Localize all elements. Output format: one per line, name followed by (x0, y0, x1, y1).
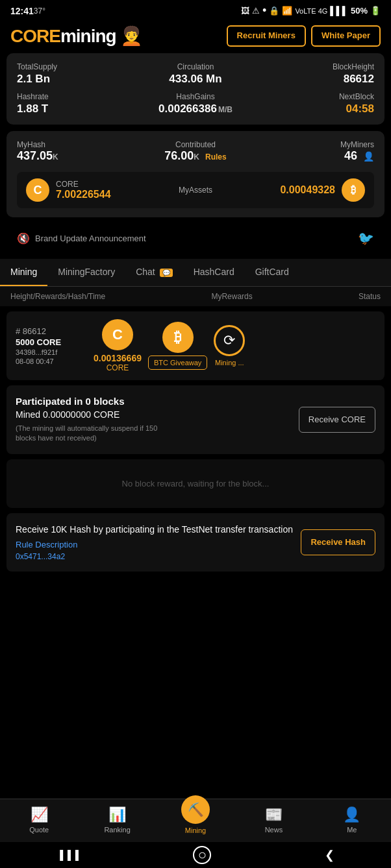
signal-icon: VoLTE 4G (295, 7, 327, 15)
hashrate-value: 1.88 T (17, 102, 133, 115)
me-icon: 👤 (343, 806, 360, 823)
table-col-right: Status (359, 292, 381, 301)
mining-core-label: CORE (94, 363, 142, 372)
tabs-bar: Mining MiningFactory Chat 💬 HashCard Gif… (0, 259, 391, 287)
core-label: CORE (56, 180, 111, 189)
nav-ranking[interactable]: 📊 Ranking (78, 806, 156, 834)
stats-grid: TotalSupply 2.1 Bn Circulation 433.06 Mn… (17, 62, 374, 115)
contributed-value: 76.00K Rules (137, 149, 253, 163)
participated-note: (The mining will automatically suspend i… (16, 424, 171, 444)
recent-button[interactable]: ▐▐▐ (57, 850, 80, 860)
myhash-grid: MyHash 437.05K Contributed 76.00K Rules … (17, 140, 374, 163)
participated-title: Participated in 0 blocks (16, 396, 171, 407)
table-col-left: Height/Rewards/Hash/Time (10, 292, 105, 301)
nav-news[interactable]: 📰 News (234, 806, 312, 834)
quote-icon: 📈 (31, 806, 48, 823)
nav-mining[interactable]: ⛏️ Mining (157, 806, 234, 834)
mining-nav-icon: ⛏️ (181, 795, 210, 824)
myhash-stat: MyHash 437.05K (17, 140, 133, 163)
btc-giveaway-button[interactable]: BTC Giveaway (148, 356, 207, 370)
hashrate-stat: Hashrate 1.88 T (17, 92, 133, 115)
lock-icon: 🔒 (269, 6, 279, 16)
circulation-label: Circulation (137, 62, 253, 71)
app-header: COREmining 🧑‍🦱 Recruit Miners White Pape… (0, 20, 391, 53)
total-supply-value: 2.1 Bn (17, 73, 133, 86)
mining-nav-label: Mining (185, 826, 206, 834)
core-info: CORE 7.00226544 (56, 180, 111, 200)
mining-spinner: ⟳ (214, 325, 245, 356)
hashgains-value: 0.00266386M/B (137, 102, 253, 115)
core-icon: C (26, 178, 49, 202)
next-block-stat: NextBlock 04:58 (258, 92, 374, 115)
total-supply-label: TotalSupply (17, 62, 133, 71)
mining-core-amount: 0.00136669 (94, 353, 142, 363)
participated-amount: Mined 0.00000000 CORE (16, 409, 171, 420)
battery-icon: 🔋 (370, 6, 381, 16)
bottom-nav: 📈 Quote 📊 Ranking ⛏️ Mining 📰 News 👤 Me (0, 799, 391, 842)
no-reward-text: No block reward, waiting for the block..… (122, 479, 270, 488)
mining-reward: 5000 CORE (16, 337, 87, 347)
rule-description-link[interactable]: Rule Description (16, 540, 293, 549)
hashgains-stat: HashGains 0.00266386M/B (137, 92, 253, 115)
battery-text: 50% (351, 6, 368, 16)
twitter-icon[interactable]: 🐦 (358, 230, 374, 246)
app-logo: COREmining 🧑‍🦱 (10, 25, 142, 47)
mining-status-section: ⟳ Mining ... (214, 325, 245, 367)
table-header: Height/Rewards/Hash/Time MyRewards Statu… (0, 287, 391, 306)
ranking-icon: 📊 (108, 806, 126, 823)
myhash-card: MyHash 437.05K Contributed 76.00K Rules … (6, 131, 385, 217)
header-buttons: Recruit Miners White Paper (227, 25, 381, 47)
hashrate-label: Hashrate (17, 92, 133, 101)
tab-hashcard[interactable]: HashCard (183, 259, 245, 286)
btc-amount: 0.00049328 (280, 184, 335, 196)
receive-hash-title: Receive 10K Hash by participating in the… (16, 524, 293, 536)
participated-info: Participated in 0 blocks Mined 0.0000000… (16, 396, 171, 444)
rules-link[interactable]: Rules (205, 152, 227, 162)
tab-chat[interactable]: Chat 💬 (125, 259, 183, 286)
myminers-stat: MyMiners 46 👤 (258, 140, 374, 163)
no-reward-block: No block reward, waiting for the block..… (6, 459, 385, 508)
speaker-icon: 🔇 (17, 232, 30, 245)
next-block-value: 04:58 (258, 102, 374, 115)
nav-me[interactable]: 👤 Me (313, 806, 391, 834)
me-label: Me (347, 826, 357, 834)
photo-icon: 🖼 (241, 6, 249, 16)
ranking-label: Ranking (104, 826, 130, 834)
home-button[interactable]: ○ (193, 846, 211, 864)
status-icons: 🖼 ⚠ • 🔒 📶 VoLTE 4G ▌▌▌ 50% 🔋 (241, 4, 381, 18)
myminers-label: MyMiners (258, 140, 374, 149)
btc-info: 0.00049328 (280, 184, 335, 196)
stats-card: TotalSupply 2.1 Bn Circulation 433.06 Mn… (6, 53, 385, 125)
contributed-stat: Contributed 76.00K Rules (137, 140, 253, 163)
tab-mining[interactable]: Mining (0, 259, 47, 286)
btc-asset: 0.00049328 ₿ (280, 178, 365, 202)
receive-hash-address[interactable]: 0x5471...34a2 (16, 552, 293, 561)
quote-label: Quote (29, 826, 49, 834)
core-amount: 7.00226544 (56, 189, 111, 200)
block-height-stat: BlockHeight 86612 (258, 62, 374, 86)
receive-hash-button[interactable]: Receive Hash (301, 529, 375, 555)
chat-badge: 💬 (160, 269, 173, 277)
tab-giftcard[interactable]: GiftCard (245, 259, 299, 286)
spinning-icon: ⟳ (223, 332, 235, 349)
miners-icon: 👤 (363, 151, 374, 162)
dot-icon: • (262, 4, 266, 18)
logo-emoji: 🧑‍🦱 (120, 26, 142, 46)
contributed-label: Contributed (137, 140, 253, 149)
receive-core-button[interactable]: Receive CORE (299, 407, 375, 433)
bars-icon: ▌▌▌ (330, 6, 348, 16)
total-supply-stat: TotalSupply 2.1 Bn (17, 62, 133, 86)
back-button[interactable]: ❮ (325, 848, 334, 862)
tab-miningfactory[interactable]: MiningFactory (47, 259, 125, 286)
btc-icon: ₿ (342, 178, 365, 202)
recruit-miners-button[interactable]: Recruit Miners (227, 25, 306, 47)
myhash-label: MyHash (17, 140, 133, 149)
white-paper-button[interactable]: White Paper (311, 25, 381, 47)
mining-btc-icon: ₿ (162, 322, 194, 353)
mining-block-info: # 86612 5000 CORE 34398...f921f 08-08 00… (16, 326, 87, 365)
receive-hash-info: Receive 10K Hash by participating in the… (16, 524, 293, 562)
warning-icon: ⚠ (252, 6, 260, 16)
mining-core-icon: C (102, 319, 133, 350)
status-time: 12:41 (10, 6, 34, 16)
nav-quote[interactable]: 📈 Quote (0, 806, 78, 834)
